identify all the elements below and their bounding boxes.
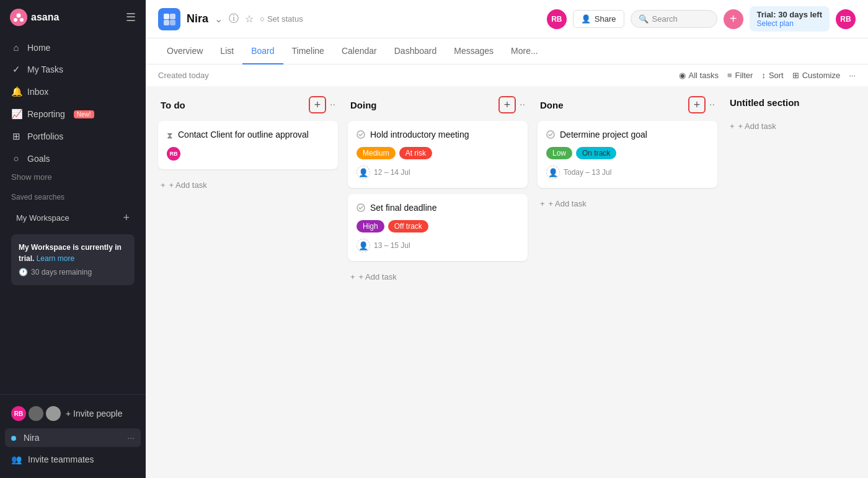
assignee-empty-icon2: 👤 bbox=[356, 239, 370, 252]
add-button[interactable]: + bbox=[724, 9, 743, 29]
task-date-text: 12 – 14 Jul bbox=[374, 168, 410, 177]
add-task-untitled-row[interactable]: + + Add task bbox=[727, 117, 868, 136]
main-content: Nira ⌄ ⓘ ☆ ○ Set status RB 👤 Share 🔍 Sea… bbox=[146, 0, 868, 478]
task-date-deadline: 👤 13 – 15 Jul bbox=[356, 239, 519, 252]
task-title-text: Set final deadline bbox=[370, 203, 436, 213]
svg-rect-5 bbox=[164, 20, 169, 25]
circle-icon: ○ bbox=[260, 14, 265, 24]
avatar-row: RB bbox=[11, 406, 61, 421]
created-today-label: Created today bbox=[158, 71, 209, 80]
task-date-meeting: 👤 12 – 14 Jul bbox=[356, 166, 519, 179]
sub-toolbar-right: ◉ All tasks ≡ Filter ↕ Sort ⊞ Customize … bbox=[679, 71, 856, 80]
add-task-icon: + bbox=[161, 180, 166, 190]
more-options-button[interactable]: ··· bbox=[849, 71, 856, 80]
tab-list[interactable]: List bbox=[211, 38, 242, 64]
sidebar-item-goals[interactable]: ○ Goals bbox=[5, 148, 141, 169]
sidebar-item-reporting[interactable]: 📈 Reporting New! bbox=[5, 104, 141, 125]
task-title-deadline: Set final deadline bbox=[356, 203, 519, 214]
column-untitled-title: Untitled section bbox=[730, 97, 800, 108]
user-avatar-rb: RB bbox=[547, 9, 567, 29]
task-title-text: Hold introductory meeting bbox=[370, 130, 469, 139]
task-card-hold-meeting[interactable]: Hold introductory meeting Medium At risk… bbox=[348, 121, 528, 188]
column-todo-header: To do + ·· bbox=[158, 96, 338, 113]
svg-point-2 bbox=[20, 18, 24, 22]
sidebar-item-portfolios[interactable]: ⊞ Portfolios bbox=[5, 126, 141, 147]
column-done: Done + ·· Determine project goal bbox=[538, 96, 717, 213]
tab-more[interactable]: More... bbox=[502, 38, 547, 64]
tab-messages[interactable]: Messages bbox=[445, 38, 502, 64]
sidebar-item-inbox[interactable]: 🔔 Inbox bbox=[5, 81, 141, 102]
customize-button[interactable]: ⊞ Customize bbox=[792, 71, 840, 80]
sidebar-item-home[interactable]: ⌂ Home bbox=[5, 37, 141, 58]
task-card-project-goal[interactable]: Determine project goal Low On track 👤 To… bbox=[538, 121, 717, 188]
filter-button[interactable]: ≡ Filter bbox=[727, 71, 753, 80]
svg-rect-4 bbox=[170, 14, 175, 19]
add-task-doing-row[interactable]: + + Add task bbox=[348, 267, 528, 286]
invite-people-button[interactable]: RB + Invite people bbox=[5, 401, 141, 426]
goals-icon: ○ bbox=[11, 153, 21, 164]
column-doing-header: Doing + ·· bbox=[348, 96, 528, 113]
task-card-contact-client[interactable]: ⧗ Contact Client for outline approval RB bbox=[158, 121, 338, 169]
task-tags-deadline: High Off track bbox=[356, 220, 519, 232]
add-task-doing-button[interactable]: + bbox=[498, 96, 516, 113]
sort-button[interactable]: ↕ Sort bbox=[761, 71, 783, 80]
sidebar-item-my-tasks[interactable]: ✓ My Tasks bbox=[5, 59, 141, 80]
tab-timeline[interactable]: Timeline bbox=[283, 38, 333, 64]
select-plan-link[interactable]: Select plan bbox=[757, 19, 794, 28]
column-done-dots[interactable]: ·· bbox=[709, 99, 715, 110]
set-status-button[interactable]: ○ Set status bbox=[260, 14, 303, 24]
project-name: Nira bbox=[187, 12, 208, 25]
saved-searches-label: Saved searches bbox=[5, 184, 141, 205]
info-icon[interactable]: ⓘ bbox=[229, 12, 239, 25]
all-tasks-button[interactable]: ◉ All tasks bbox=[679, 71, 719, 80]
chevron-down-icon[interactable]: ⌄ bbox=[215, 13, 223, 25]
tag-medium: Medium bbox=[356, 147, 396, 159]
avatar-gray2 bbox=[46, 406, 61, 421]
project-name-sidebar: Nira bbox=[24, 433, 40, 443]
trial-info-box: My Workspace is currently in trial. Lear… bbox=[11, 234, 135, 285]
project-item-nira[interactable]: Nira ··· bbox=[5, 428, 141, 447]
column-doing-dots[interactable]: ·· bbox=[520, 99, 525, 110]
project-item-left: Nira bbox=[11, 433, 40, 443]
invite-icon: 👥 bbox=[11, 454, 22, 464]
project-ellipsis[interactable]: ··· bbox=[127, 433, 135, 443]
column-done-actions: + ·· bbox=[688, 96, 715, 113]
invite-teammates-button[interactable]: 👥 Invite teammates bbox=[5, 449, 141, 469]
svg-rect-3 bbox=[164, 14, 169, 19]
add-task-done-row[interactable]: + + Add task bbox=[538, 194, 717, 213]
search-box[interactable]: 🔍 Search bbox=[631, 10, 717, 28]
project-icon-box bbox=[158, 8, 180, 30]
column-todo-dots[interactable]: ·· bbox=[330, 99, 335, 110]
hamburger-icon[interactable]: ☰ bbox=[126, 11, 136, 24]
filter-icon: ≡ bbox=[727, 71, 732, 80]
sort-icon: ↕ bbox=[761, 71, 766, 80]
tag-high: High bbox=[356, 220, 384, 232]
share-button[interactable]: 👤 Share bbox=[573, 10, 624, 28]
topbar-right: RB 👤 Share 🔍 Search + Trial: 30 days lef… bbox=[547, 6, 856, 32]
task-tags-meeting: Medium At risk bbox=[356, 147, 519, 159]
add-task-label: + Add task bbox=[359, 272, 397, 281]
task-card-final-deadline[interactable]: Set final deadline High Off track 👤 13 –… bbox=[348, 194, 528, 261]
tab-dashboard[interactable]: Dashboard bbox=[386, 38, 446, 64]
sidebar-item-reporting-label: Reporting bbox=[27, 109, 65, 119]
task-date-goal: 👤 Today – 13 Jul bbox=[546, 166, 709, 179]
add-task-todo-row[interactable]: + + Add task bbox=[158, 175, 338, 195]
star-icon[interactable]: ☆ bbox=[245, 13, 254, 25]
share-icon: 👤 bbox=[581, 14, 591, 24]
tab-calendar[interactable]: Calendar bbox=[333, 38, 386, 64]
workspace-add-icon[interactable]: + bbox=[123, 211, 130, 224]
task-avatar-rb: RB bbox=[167, 147, 180, 161]
tab-overview[interactable]: Overview bbox=[158, 38, 211, 64]
show-more-button[interactable]: Show more bbox=[5, 170, 141, 184]
add-task-todo-button[interactable]: + bbox=[309, 96, 326, 113]
learn-more-link[interactable]: Learn more bbox=[37, 254, 74, 263]
tab-board[interactable]: Board bbox=[242, 38, 283, 64]
trial-badge-title: Trial: 30 days left bbox=[757, 10, 823, 19]
clock-icon: 🕐 bbox=[19, 267, 28, 278]
add-task-icon: + bbox=[730, 122, 735, 131]
avatar-gray bbox=[29, 406, 43, 421]
task-title-contact: ⧗ Contact Client for outline approval bbox=[167, 130, 329, 141]
add-task-done-button[interactable]: + bbox=[688, 96, 706, 113]
trial-days-text: 30 days remaining bbox=[31, 267, 92, 278]
column-done-header: Done + ·· bbox=[538, 96, 717, 113]
